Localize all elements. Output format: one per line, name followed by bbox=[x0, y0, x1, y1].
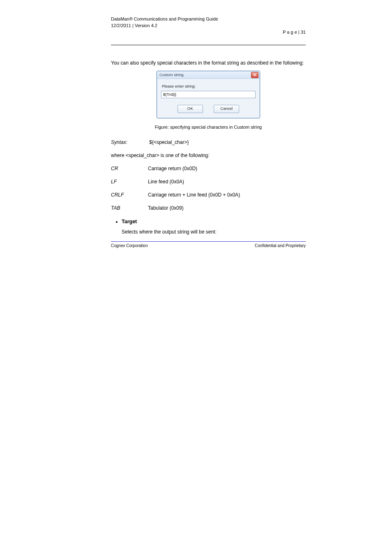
syntax-line: Syntax: ${<special_char>} bbox=[111, 139, 306, 146]
header-rule bbox=[111, 45, 306, 45]
figure-caption: Figure: specifying special characters in… bbox=[111, 125, 306, 130]
footer: Cognex Corporation Confidential and Prop… bbox=[111, 243, 306, 248]
ok-button[interactable]: OK bbox=[178, 105, 203, 113]
syntax-label: Syntax: bbox=[111, 139, 148, 146]
dialog-title-text: Custom string bbox=[159, 72, 184, 77]
dialog-titlebar: Custom string bbox=[157, 71, 260, 79]
cancel-button[interactable]: Cancel bbox=[214, 105, 239, 113]
footer-confidential: Confidential and Proprietary bbox=[255, 243, 306, 248]
header-pagenum: P a g e | 31 bbox=[111, 30, 306, 35]
bullet-target: Target bbox=[122, 217, 306, 226]
token-lf: LFLine feed (0x0A) bbox=[111, 178, 306, 185]
header-date: 12/2/2011 | Version 4.2 bbox=[111, 23, 306, 28]
token-tab: TABTabulator (0x09) bbox=[111, 204, 306, 212]
dialog-prompt: Please enter string: bbox=[162, 84, 256, 88]
token-crlf: CRLFCarriage return + Line feed (0x0D + … bbox=[111, 191, 306, 199]
custom-string-dialog: Custom string Please enter string: OK Ca… bbox=[157, 71, 260, 118]
dialog-figure: Custom string Please enter string: OK Ca… bbox=[111, 71, 306, 120]
string-input[interactable] bbox=[161, 91, 256, 98]
bullet-target-desc: Selects where the output string will be … bbox=[122, 228, 306, 236]
intro-paragraph: You can also specify special characters … bbox=[111, 60, 306, 67]
footer-rule bbox=[111, 241, 306, 242]
close-icon[interactable] bbox=[251, 72, 258, 78]
footer-company: Cognex Corporation bbox=[111, 243, 148, 248]
syntax-value: ${<special_char>} bbox=[148, 139, 189, 145]
special-intro: where <special_char> is one of the follo… bbox=[111, 152, 306, 159]
header-product: DataMan® Communications and Programming … bbox=[111, 16, 306, 21]
token-cr: CRCarriage return (0x0D) bbox=[111, 165, 306, 172]
